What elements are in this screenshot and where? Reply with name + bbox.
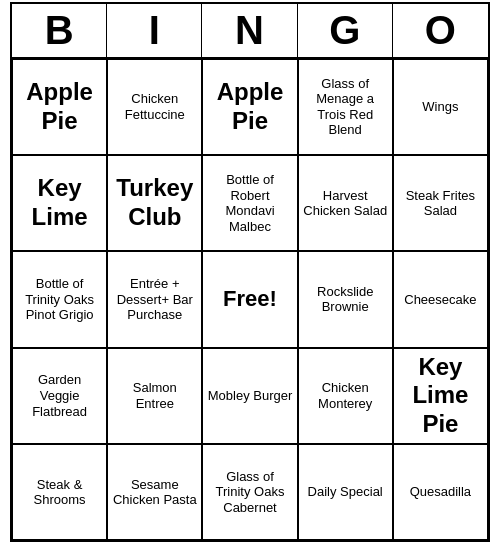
bingo-cell: Steak & Shrooms (12, 444, 107, 540)
bingo-cell: Free! (202, 251, 297, 347)
bingo-header: BINGO (12, 4, 488, 59)
bingo-cell: Garden Veggie Flatbread (12, 348, 107, 444)
cell-text: Mobley Burger (208, 388, 293, 404)
cell-text: Rockslide Brownie (303, 284, 388, 315)
cell-text: Turkey Club (112, 174, 197, 232)
cell-text: Garden Veggie Flatbread (17, 372, 102, 419)
bingo-cell: Wings (393, 59, 488, 155)
cell-text: Entrée + Dessert+ Bar Purchase (112, 276, 197, 323)
bingo-cell: Steak Frites Salad (393, 155, 488, 251)
cell-text: Sesame Chicken Pasta (112, 477, 197, 508)
cell-text: Wings (422, 99, 458, 115)
bingo-cell: Glass of Menage a Trois Red Blend (298, 59, 393, 155)
cell-text: Key Lime Pie (398, 353, 483, 439)
bingo-cell: Quesadilla (393, 444, 488, 540)
header-letter: I (107, 4, 202, 57)
bingo-cell: Apple Pie (12, 59, 107, 155)
bingo-cell: Entrée + Dessert+ Bar Purchase (107, 251, 202, 347)
cell-text: Apple Pie (207, 78, 292, 136)
cell-text: Free! (223, 286, 277, 312)
cell-text: Cheesecake (404, 292, 476, 308)
cell-text: Salmon Entree (112, 380, 197, 411)
bingo-cell: Chicken Fettuccine (107, 59, 202, 155)
bingo-cell: Harvest Chicken Salad (298, 155, 393, 251)
header-letter: N (202, 4, 297, 57)
cell-text: Daily Special (308, 484, 383, 500)
bingo-cell: Key Lime Pie (393, 348, 488, 444)
bingo-cell: Key Lime (12, 155, 107, 251)
header-letter: G (298, 4, 393, 57)
cell-text: Bottle of Trinity Oaks Pinot Grigio (17, 276, 102, 323)
bingo-cell: Chicken Monterey (298, 348, 393, 444)
cell-text: Quesadilla (410, 484, 471, 500)
bingo-cell: Cheesecake (393, 251, 488, 347)
cell-text: Glass of Menage a Trois Red Blend (303, 76, 388, 138)
bingo-grid: Apple PieChicken FettuccineApple PieGlas… (12, 59, 488, 541)
bingo-cell: Salmon Entree (107, 348, 202, 444)
cell-text: Bottle of Robert Mondavi Malbec (207, 172, 292, 234)
cell-text: Chicken Fettuccine (112, 91, 197, 122)
bingo-cell: Mobley Burger (202, 348, 297, 444)
bingo-card: BINGO Apple PieChicken FettuccineApple P… (10, 2, 490, 543)
bingo-cell: Rockslide Brownie (298, 251, 393, 347)
cell-text: Apple Pie (17, 78, 102, 136)
bingo-cell: Bottle of Trinity Oaks Pinot Grigio (12, 251, 107, 347)
cell-text: Steak Frites Salad (398, 188, 483, 219)
cell-text: Chicken Monterey (303, 380, 388, 411)
bingo-cell: Daily Special (298, 444, 393, 540)
cell-text: Key Lime (17, 174, 102, 232)
header-letter: O (393, 4, 488, 57)
bingo-cell: Sesame Chicken Pasta (107, 444, 202, 540)
header-letter: B (12, 4, 107, 57)
bingo-cell: Apple Pie (202, 59, 297, 155)
bingo-cell: Bottle of Robert Mondavi Malbec (202, 155, 297, 251)
cell-text: Glass of Trinity Oaks Cabernet (207, 469, 292, 516)
bingo-cell: Turkey Club (107, 155, 202, 251)
bingo-cell: Glass of Trinity Oaks Cabernet (202, 444, 297, 540)
cell-text: Steak & Shrooms (17, 477, 102, 508)
cell-text: Harvest Chicken Salad (303, 188, 388, 219)
